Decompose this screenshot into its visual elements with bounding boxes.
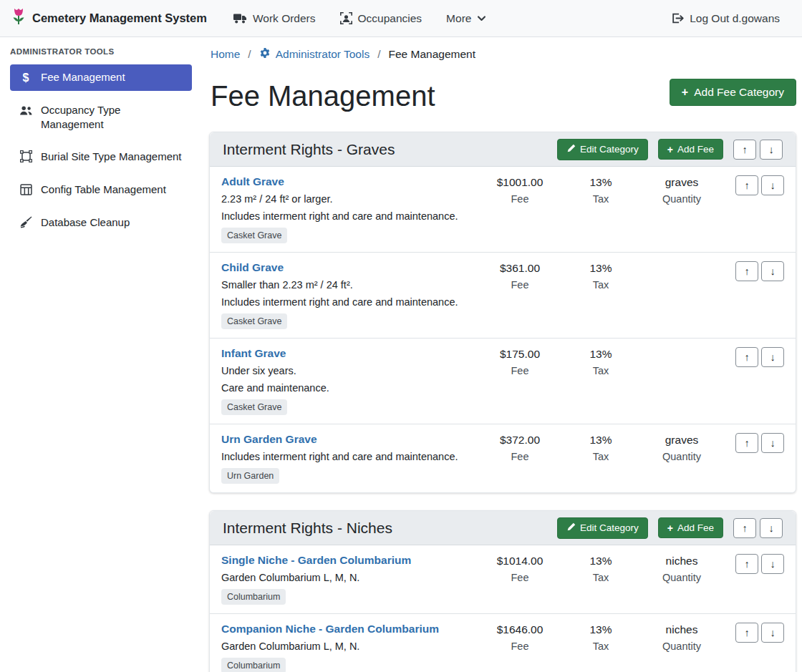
category-reorder-controls: ↑ ↓	[733, 140, 783, 160]
fee-description: Care and maintenance.	[221, 381, 475, 395]
fee-description: Under six years.	[221, 364, 475, 378]
fee-move-up-button[interactable]: ↑	[735, 554, 758, 574]
category-move-up-button[interactable]: ↑	[733, 140, 756, 160]
app-title: Cemetery Management System	[32, 11, 207, 25]
fee-name-link[interactable]: Adult Grave	[221, 175, 284, 188]
plus-icon: +	[682, 87, 688, 98]
quantity-cell: graves Quantity	[642, 433, 721, 462]
edit-category-button[interactable]: Edit Category	[557, 517, 648, 539]
fee-move-down-button[interactable]: ↓	[761, 623, 784, 643]
breadcrumb-current: Fee Management	[389, 48, 476, 61]
nav-more-label: More	[446, 12, 471, 25]
category-move-down-button[interactable]: ↓	[760, 140, 783, 160]
tax-label: Tax	[565, 365, 637, 376]
add-fee-label: Add Fee	[677, 522, 714, 533]
fee-amount: $372.00	[480, 433, 559, 447]
fee-label: Fee	[480, 193, 559, 205]
quantity-label: Quantity	[642, 193, 721, 205]
dollar-icon: $	[19, 71, 33, 85]
fee-amount-cell: $175.00 Fee	[480, 347, 559, 376]
page-header: Fee Management + Add Fee Category	[209, 79, 796, 113]
sidebar-item-database-cleanup[interactable]: Database Cleanup	[10, 210, 192, 236]
fee-main: Child Grave Smaller than 2.23 m² / 24 ft…	[221, 261, 475, 329]
app-brand[interactable]: Cemetery Management System	[11, 8, 207, 29]
nav-more[interactable]: More	[435, 6, 497, 31]
logout-icon	[671, 12, 684, 24]
fee-name-link[interactable]: Companion Niche - Garden Columbarium	[221, 623, 439, 636]
nav-occupancies-label: Occupancies	[358, 12, 422, 25]
fee-amount: $1014.00	[480, 554, 559, 568]
quantity-cell: niches Quantity	[642, 554, 721, 583]
fee-row: Child Grave Smaller than 2.23 m² / 24 ft…	[210, 253, 796, 339]
fee-move-up-button[interactable]: ↑	[735, 433, 758, 453]
tax-value: 13%	[565, 554, 637, 568]
add-fee-button[interactable]: + Add Fee	[658, 517, 723, 538]
logout-button[interactable]: Log Out d.gowans	[660, 6, 791, 31]
logout-label: Log Out d.gowans	[690, 12, 780, 25]
chevron-down-icon	[477, 14, 486, 23]
fee-move-down-button[interactable]: ↓	[761, 261, 784, 281]
fee-category-card-niches: Interment Rights - Niches Edit Category …	[209, 510, 796, 672]
fee-amount-cell: $372.00 Fee	[480, 433, 559, 462]
gear-icon	[259, 47, 271, 62]
breadcrumb-separator: /	[377, 48, 380, 61]
fee-reorder-controls: ↑ ↓	[727, 623, 784, 643]
tax-label: Tax	[565, 572, 637, 583]
fee-main: Single Niche - Garden Columbarium Garden…	[221, 554, 475, 605]
fee-name-link[interactable]: Urn Garden Grave	[221, 433, 317, 446]
fee-reorder-controls: ↑ ↓	[727, 347, 784, 367]
fee-description: 2.23 m² / 24 ft² or larger.	[221, 192, 475, 206]
category-move-down-button[interactable]: ↓	[760, 518, 783, 538]
sidebar-item-config-table-management[interactable]: Config Table Management	[10, 177, 192, 203]
fee-type-badge: Columbarium	[221, 658, 286, 672]
tax-cell: 13% Tax	[565, 175, 637, 205]
fee-row: Companion Niche - Garden Columbarium Gar…	[210, 614, 796, 672]
fee-move-down-button[interactable]: ↓	[761, 175, 784, 195]
fee-label: Fee	[480, 451, 559, 462]
fee-move-up-button[interactable]: ↑	[735, 347, 758, 367]
fee-move-up-button[interactable]: ↑	[735, 261, 758, 281]
fee-move-down-button[interactable]: ↓	[761, 347, 784, 367]
nav-occupancies[interactable]: Occupancies	[329, 6, 433, 31]
breadcrumb-home-link[interactable]: Home	[211, 48, 240, 61]
fee-name-link[interactable]: Single Niche - Garden Columbarium	[221, 554, 411, 567]
truck-icon	[233, 13, 247, 24]
fee-reorder-controls: ↑ ↓	[727, 261, 784, 281]
fee-type-badge: Urn Garden	[221, 468, 279, 484]
category-move-up-button[interactable]: ↑	[733, 518, 756, 538]
fee-type-badge: Casket Grave	[221, 313, 287, 329]
add-fee-label: Add Fee	[677, 144, 714, 155]
fee-name-link[interactable]: Infant Grave	[221, 347, 286, 360]
fee-amount: $1646.00	[480, 623, 559, 637]
tax-label: Tax	[565, 279, 637, 291]
sidebar-item-label: Burial Site Type Management	[41, 150, 182, 164]
sidebar-item-fee-management[interactable]: $ Fee Management	[10, 64, 192, 91]
fee-row: Infant Grave Under six years. Care and m…	[210, 339, 796, 424]
sidebar-item-label: Config Table Management	[41, 182, 166, 197]
fee-description: Garden Columbarium L, M, N.	[221, 639, 475, 653]
top-navbar: Cemetery Management System Work Orders O…	[0, 0, 802, 37]
main-content: Home / Administrator Tools / Fee Managem…	[200, 37, 802, 672]
fee-move-down-button[interactable]: ↓	[761, 554, 784, 574]
pencil-icon	[566, 522, 576, 534]
breadcrumb: Home / Administrator Tools / Fee Managem…	[209, 47, 796, 62]
fee-main: Companion Niche - Garden Columbarium Gar…	[221, 623, 475, 672]
fee-description: Includes interment right and care and ma…	[221, 209, 475, 223]
tax-value: 13%	[565, 261, 637, 276]
fee-move-down-button[interactable]: ↓	[761, 433, 784, 453]
nav-work-orders[interactable]: Work Orders	[223, 6, 327, 31]
breadcrumb-admin-tools-link[interactable]: Administrator Tools	[259, 47, 370, 62]
quantity-label: Quantity	[642, 451, 721, 462]
category-title: Interment Rights - Niches	[223, 520, 547, 537]
sidebar-item-burial-site-type-management[interactable]: Burial Site Type Management	[10, 144, 192, 170]
edit-category-button[interactable]: Edit Category	[557, 139, 648, 160]
fee-row: Adult Grave 2.23 m² / 24 ft² or larger. …	[210, 167, 796, 253]
fee-move-up-button[interactable]: ↑	[735, 175, 758, 195]
edit-category-label: Edit Category	[580, 522, 639, 533]
add-fee-category-button[interactable]: + Add Fee Category	[670, 79, 796, 106]
fee-name-link[interactable]: Child Grave	[221, 261, 284, 274]
fee-move-up-button[interactable]: ↑	[735, 623, 758, 643]
sidebar-item-occupancy-type-management[interactable]: Occupancy Type Management	[10, 97, 192, 137]
add-fee-button[interactable]: + Add Fee	[658, 139, 723, 160]
people-icon	[19, 104, 33, 118]
